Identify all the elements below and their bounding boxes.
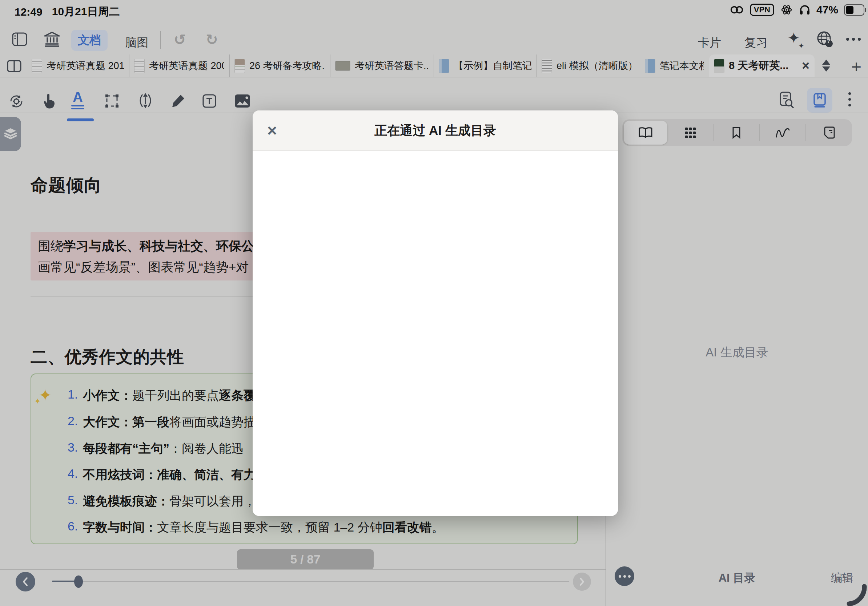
ai-toc-modal: × 正在通过 AI 生成目录 [253,110,618,516]
modal-header: × 正在通过 AI 生成目录 [253,110,618,151]
modal-title: 正在通过 AI 生成目录 [253,122,618,139]
modal-body [253,151,618,516]
screen: 12:49 10月21日周二 VPN 47% 文档 脑图 ↺ ↻ 卡片 复习 ✦ [0,0,868,606]
